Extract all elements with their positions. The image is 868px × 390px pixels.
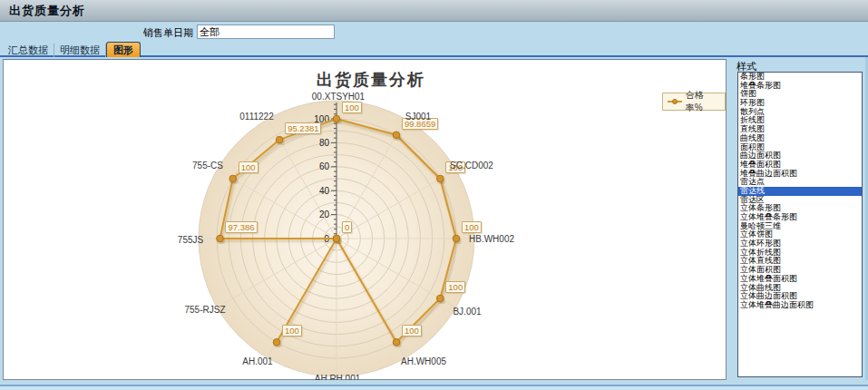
tabbar: 汇总数据 明细数据 图形 <box>3 42 141 57</box>
tab-detail-data[interactable]: 明细数据 <box>54 44 106 57</box>
application-window: 出货质量分析 销售单日期 汇总数据 明细数据 图形 出货质量分析 合格率% 02… <box>0 0 868 390</box>
window-titlebar: 出货质量分析 <box>0 0 868 22</box>
tab-graphics[interactable]: 图形 <box>106 42 141 57</box>
svg-text:60: 60 <box>319 161 330 171</box>
svg-text:40: 40 <box>319 186 330 196</box>
bottom-strip <box>0 380 868 390</box>
style-list-item[interactable]: 堆叠条形图 <box>738 82 862 91</box>
tab-summary-data[interactable]: 汇总数据 <box>3 44 54 57</box>
chart-panel: 出货质量分析 合格率% 020406080100 10099.865910010… <box>3 59 727 380</box>
style-list-item[interactable]: 立体堆叠曲边面积图 <box>738 301 862 310</box>
style-listbox[interactable]: 条形图堆叠条形图饼图环形图散列点折线图直线图曲线图面积图曲边面积图堆叠面积图堆叠… <box>737 72 863 377</box>
svg-text:80: 80 <box>319 138 330 148</box>
window-title: 出货质量分析 <box>9 0 85 22</box>
sales-date-input[interactable] <box>197 24 335 39</box>
radar-chart: 020406080100 <box>4 60 726 379</box>
svg-text:20: 20 <box>319 210 330 219</box>
sales-date-label: 销售单日期 <box>0 26 193 40</box>
